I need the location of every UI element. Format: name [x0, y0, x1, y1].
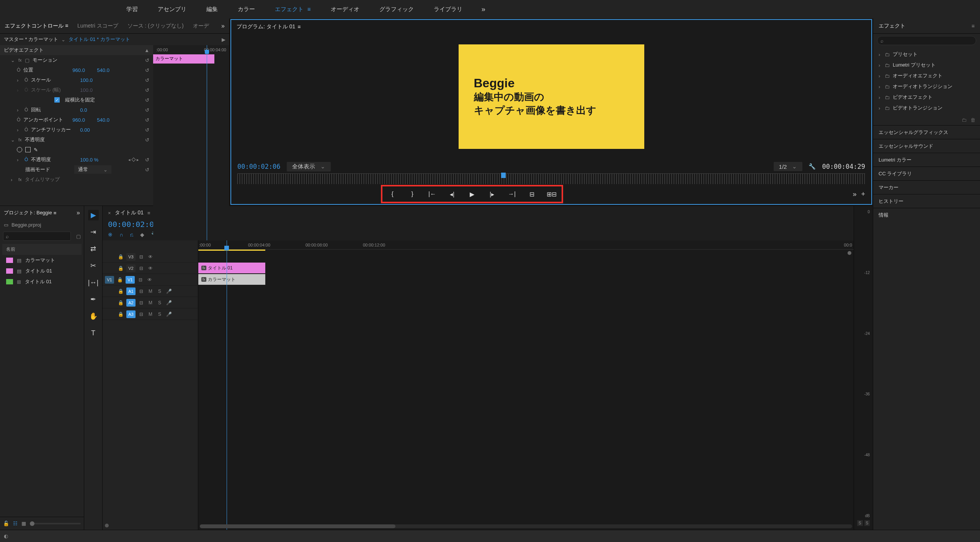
go-to-out-button[interactable]: →| [506, 189, 517, 199]
reset-icon[interactable]: ↺ [145, 137, 149, 143]
sequence-clip-link[interactable]: タイトル 01 * カラーマット [69, 36, 130, 43]
timeline-scrollbar[interactable] [200, 524, 852, 528]
project-item[interactable]: ⊞ タイトル 01 [2, 276, 82, 287]
program-playhead[interactable] [501, 173, 506, 178]
workspace-tab-assembly[interactable]: アセンブリ [149, 3, 195, 16]
mic-icon[interactable]: 🎤 [165, 289, 172, 294]
panel-lumetri-color[interactable]: Lumetri カラー [873, 153, 980, 167]
reset-icon[interactable]: ↺ [145, 87, 149, 93]
effects-search-input[interactable]: ⌕ [877, 36, 976, 45]
workspace-tab-color[interactable]: カラー [229, 3, 263, 16]
extract-button[interactable]: ⊞⊟ [546, 189, 557, 199]
panel-history[interactable]: ヒストリー [873, 194, 980, 208]
lock-icon[interactable]: 🔒 [117, 266, 124, 271]
solo-right[interactable]: S [864, 520, 870, 526]
solo-button[interactable]: S [156, 300, 163, 305]
program-header[interactable]: プログラム: タイトル 01 [231, 20, 871, 34]
position-y-value[interactable]: 540.0 [97, 67, 118, 73]
hand-tool[interactable]: ✋ [88, 311, 99, 322]
pen-tool[interactable]: ✒ [88, 294, 99, 305]
workspace-tab-audio[interactable]: オーディオ [322, 3, 368, 16]
project-search-input[interactable]: ⌕ [3, 232, 71, 241]
video-effects-section[interactable]: ビデオエフェクト ▲ [0, 45, 153, 55]
more-transport-icon[interactable]: » [853, 190, 856, 198]
magnet-icon[interactable]: ∩ [119, 232, 123, 238]
razor-tool[interactable]: ✂ [88, 260, 99, 271]
workspace-tab-effects[interactable]: エフェクト [266, 3, 319, 16]
settings-wrench-icon[interactable]: 🔧 [808, 163, 816, 170]
track-header-v2[interactable]: 🔒 V2 ⊟ 👁 [103, 263, 198, 274]
effects-panel-title[interactable]: エフェクト [879, 23, 905, 29]
reset-icon[interactable]: ↺ [145, 67, 149, 73]
tree-lumetri-presets[interactable]: ›🗀Lumetri プリセット [877, 60, 976, 70]
panel-markers[interactable]: マーカー [873, 180, 980, 194]
reset-icon[interactable]: ↺ [145, 157, 149, 163]
project-item[interactable]: ▤ カラーマット [2, 255, 82, 266]
program-scrubber[interactable] [237, 173, 865, 184]
resolution-select[interactable]: 1/2 [774, 162, 803, 171]
sequence-name[interactable]: タイトル 01 [115, 209, 144, 216]
icon-view-icon[interactable]: ▦ [21, 521, 26, 526]
creative-cloud-icon[interactable]: ◐ [4, 533, 8, 539]
timeline-clip-matte[interactable]: fx カラーマット [198, 274, 265, 285]
mark-in-button[interactable]: { [387, 189, 398, 199]
blend-mode-select[interactable]: 通常⌄ [74, 165, 111, 174]
section-toggle-icon[interactable]: ▲ [144, 47, 149, 53]
reset-icon[interactable]: ↺ [145, 167, 149, 173]
step-forward-button[interactable]: |▸ [487, 189, 497, 199]
step-back-button[interactable]: ◂| [447, 189, 457, 199]
mic-icon[interactable]: 🎤 [165, 312, 172, 317]
zoom-slider[interactable] [30, 523, 81, 524]
close-sequence-icon[interactable]: × [108, 210, 111, 216]
track-header-a3[interactable]: 🔒 A3 ⊟ M S 🎤 [103, 309, 198, 320]
track-header-a2[interactable]: 🔒 A2 ⊟ M S 🎤 [103, 297, 198, 309]
tree-presets[interactable]: ›🗀プリセット [877, 49, 976, 60]
project-item[interactable]: ▤ タイトル 01 [2, 266, 82, 276]
master-clip-label[interactable]: マスター * カラーマット [4, 36, 58, 43]
track-select-tool[interactable]: ⇥ [88, 227, 99, 237]
workspace-tab-learn[interactable]: 学習 [118, 3, 146, 16]
work-area-bar[interactable] [198, 250, 265, 251]
new-bin-icon[interactable]: 🗀 [962, 117, 967, 123]
linked-selection-icon[interactable]: ⎌ [130, 232, 133, 238]
stopwatch-icon[interactable]: Ò [17, 67, 20, 73]
program-timecode[interactable]: 00:00:02:06 [237, 163, 281, 170]
anchor-y-value[interactable]: 540.0 [97, 117, 118, 123]
scale-value[interactable]: 100.0 [80, 77, 101, 83]
panel-cc-libraries[interactable]: CC ライブラリ [873, 167, 980, 180]
snap-icon[interactable]: ※ [108, 232, 113, 238]
track-header-v3[interactable]: 🔒 V3 ⊟ 👁 [103, 251, 198, 263]
mic-icon[interactable]: 🎤 [165, 300, 172, 305]
project-file[interactable]: ▭ Beggie.prproj [0, 220, 84, 230]
project-panel-title[interactable]: プロジェクト: Beggie [4, 209, 52, 216]
eye-icon[interactable]: 👁 [147, 266, 154, 271]
play-button[interactable]: ▶ [467, 189, 477, 199]
solo-left[interactable]: S [857, 520, 863, 526]
solo-button[interactable]: S [156, 312, 163, 317]
source-patch-v1[interactable]: V1 [105, 276, 114, 284]
tree-audio-transitions[interactable]: ›🗀オーディオトランジション [877, 81, 976, 92]
anchor-x-value[interactable]: 960.0 [72, 117, 94, 123]
next-keyframe-icon[interactable]: ▸ [137, 157, 139, 162]
sync-lock-icon[interactable]: ⊟ [138, 312, 145, 317]
stopwatch-icon[interactable]: Ò [24, 157, 28, 162]
stopwatch-icon[interactable]: Ò [24, 77, 28, 83]
panel-more-icon[interactable]: » [77, 209, 80, 216]
chevron-down-icon[interactable]: ⌄ [61, 37, 65, 42]
add-button-icon[interactable]: + [861, 190, 865, 198]
lock-icon[interactable]: 🔒 [116, 277, 123, 282]
ec-clip-bar[interactable]: カラーマット [153, 54, 214, 64]
lock-icon[interactable]: 🔒 [117, 289, 124, 294]
panel-more-icon[interactable]: » [221, 23, 225, 29]
prev-keyframe-icon[interactable]: ◂ [128, 157, 131, 162]
timeline-ruler[interactable]: :00:00 00:00:04:00 00:00:08:00 00:00:12:… [198, 240, 854, 250]
tab-lumetri-scopes[interactable]: Lumetri スコープ [77, 23, 118, 29]
sync-lock-icon[interactable]: ⊟ [138, 300, 145, 305]
reset-icon[interactable]: ↺ [145, 117, 149, 123]
time-remap-row[interactable]: ›fx タイムリマップ [0, 175, 153, 184]
program-viewer[interactable]: Beggie 編集中の動画の キャプチャ画像を書き出す [231, 34, 871, 160]
trash-icon[interactable]: 🗑 [970, 117, 975, 123]
go-to-in-button[interactable]: |← [427, 189, 438, 199]
mute-button[interactable]: M [147, 289, 154, 294]
track-header-v1[interactable]: V1 🔒 V1 ⊟ 👁 [103, 274, 198, 286]
